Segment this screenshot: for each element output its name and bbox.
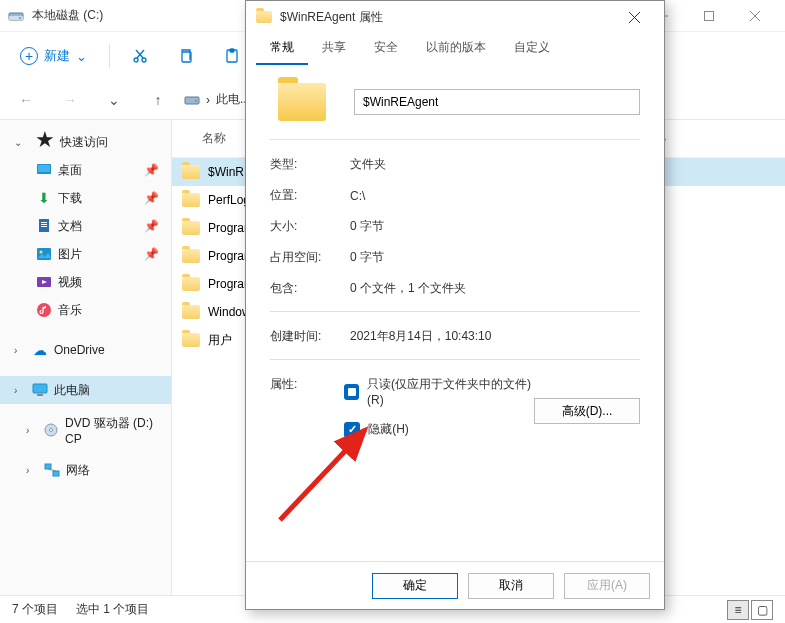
svg-rect-19 [41,222,47,223]
drive-icon [8,8,24,24]
download-icon: ⬇ [36,190,52,206]
dialog-buttons: 确定 取消 应用(A) [246,561,664,609]
svg-rect-26 [33,384,47,393]
folder-icon [256,11,272,23]
svg-rect-31 [53,471,59,476]
up-arrow-button[interactable]: ↑ [140,82,176,118]
disc-icon [43,422,59,438]
svg-point-7 [134,58,138,62]
advanced-button[interactable]: 高级(D)... [534,398,640,424]
close-button[interactable] [732,0,777,32]
chevron-down-icon: ⌄ [76,49,87,64]
music-icon [36,302,52,318]
apply-button[interactable]: 应用(A) [564,573,650,599]
tab-general[interactable]: 常规 [256,32,308,65]
item-count: 7 个项目 [12,601,58,618]
sidebar-onedrive[interactable]: ›☁OneDrive [0,336,171,364]
copy-button[interactable] [166,38,206,74]
new-button[interactable]: + 新建 ⌄ [8,41,99,71]
hidden-checkbox[interactable]: 隐藏(H) [344,421,534,438]
tabstrip: 常规 共享 安全 以前的版本 自定义 [246,33,664,65]
folder-icon [182,249,200,263]
sidebar-item-music[interactable]: 音乐 [0,296,171,324]
location-value: C:\ [350,189,640,203]
sidebar-this-pc[interactable]: ›此电脑 [0,376,171,404]
svg-point-8 [142,58,146,62]
svg-rect-17 [38,165,50,172]
svg-line-10 [136,50,143,58]
plus-icon: + [20,47,38,65]
icons-view-button[interactable]: ▢ [751,600,773,620]
type-value: 文件夹 [350,156,640,173]
tab-custom[interactable]: 自定义 [500,32,564,65]
forward-button[interactable]: → [52,82,88,118]
folder-icon [182,305,200,319]
folder-icon [182,333,200,347]
folder-icon [182,221,200,235]
contains-label: 包含: [270,280,350,297]
sidebar: ⌄★快速访问 桌面📌 ⬇下载📌 文档📌 图片📌 视频 音乐 ›☁OneDrive… [0,120,172,595]
size-label: 大小: [270,218,350,235]
dialog-close-button[interactable] [614,1,654,33]
pin-icon: 📌 [144,247,159,261]
sidebar-item-downloads[interactable]: ⬇下载📌 [0,184,171,212]
cancel-button[interactable]: 取消 [468,573,554,599]
svg-rect-27 [37,394,43,396]
desktop-icon [36,162,52,178]
cloud-icon: ☁ [32,342,48,358]
svg-rect-18 [39,219,49,232]
svg-rect-4 [704,11,713,20]
svg-point-25 [37,303,51,317]
video-icon [36,274,52,290]
ondisk-value: 0 字节 [350,249,640,266]
sidebar-network[interactable]: ›网络 [0,456,171,484]
svg-line-9 [137,50,144,58]
size-value: 0 字节 [350,218,640,235]
properties-dialog: $WinREAgent 属性 常规 共享 安全 以前的版本 自定义 类型:文件夹… [245,0,665,610]
sidebar-item-desktop[interactable]: 桌面📌 [0,156,171,184]
svg-point-29 [50,429,53,432]
created-value: 2021年8月14日，10:43:10 [350,328,640,345]
readonly-checkbox[interactable]: 只读(仅应用于文件夹中的文件)(R) [344,376,534,407]
svg-rect-22 [37,248,51,260]
svg-rect-21 [41,226,47,227]
maximize-button[interactable] [686,0,731,32]
details-view-button[interactable]: ≡ [727,600,749,620]
folder-icon [182,193,200,207]
contains-value: 0 个文件，1 个文件夹 [350,280,640,297]
pin-icon: 📌 [144,163,159,177]
cut-button[interactable] [120,38,160,74]
network-icon [44,462,60,478]
document-icon [36,218,52,234]
svg-rect-30 [45,464,51,469]
folder-name-input[interactable] [354,89,640,115]
tab-security[interactable]: 安全 [360,32,412,65]
checkbox-tristate-icon [344,384,359,400]
checkbox-checked-icon [344,422,360,438]
dialog-titlebar[interactable]: $WinREAgent 属性 [246,1,664,33]
svg-rect-20 [41,224,47,225]
svg-point-15 [195,100,197,102]
sidebar-dvd[interactable]: ›DVD 驱动器 (D:) CP [0,416,171,444]
sidebar-item-documents[interactable]: 文档📌 [0,212,171,240]
picture-icon [36,246,52,262]
pin-icon: 📌 [144,191,159,205]
type-label: 类型: [270,156,350,173]
folder-icon [182,277,200,291]
sidebar-item-videos[interactable]: 视频 [0,268,171,296]
drive-icon [184,92,200,108]
location-label: 位置: [270,187,350,204]
up-button[interactable]: ⌄ [96,82,132,118]
svg-rect-14 [185,97,199,104]
svg-point-2 [19,17,21,19]
tab-share[interactable]: 共享 [308,32,360,65]
folder-icon [182,165,200,179]
created-label: 创建时间: [270,328,350,345]
sidebar-quick-access[interactable]: ⌄★快速访问 [0,128,171,156]
tab-previous[interactable]: 以前的版本 [412,32,500,65]
ondisk-label: 占用空间: [270,249,350,266]
back-button[interactable]: ← [8,82,44,118]
new-label: 新建 [44,47,70,65]
ok-button[interactable]: 确定 [372,573,458,599]
sidebar-item-pictures[interactable]: 图片📌 [0,240,171,268]
